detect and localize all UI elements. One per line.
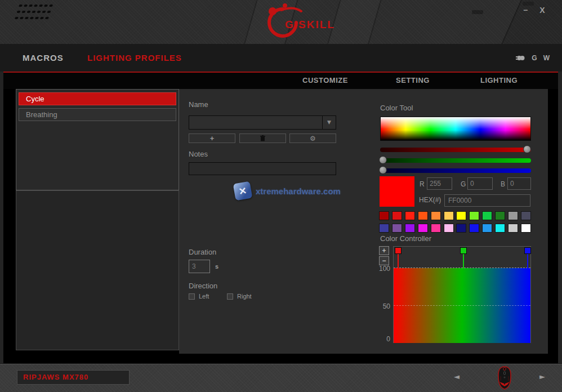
direction-right-checkbox[interactable]	[227, 293, 233, 300]
color-swatch[interactable]	[469, 211, 479, 220]
gridline-100	[394, 268, 530, 268]
color-swatch[interactable]	[444, 211, 454, 220]
color-swatch[interactable]	[379, 224, 389, 233]
g-value-input[interactable]	[467, 177, 493, 190]
profile-item-cycle[interactable]: Cycle	[19, 92, 176, 105]
profile-name-dropdown[interactable]: ▼	[189, 115, 336, 130]
color-stop-marker[interactable]	[524, 247, 531, 254]
color-preview-swatch	[380, 176, 414, 207]
color-stop-stem	[463, 254, 464, 268]
g-label: G	[461, 180, 466, 188]
watermark: ✕ xtremehardware.com	[234, 182, 341, 199]
profile-list-lower-panel	[16, 190, 179, 350]
gskill-logo: G.SKILL	[248, 2, 355, 42]
mouse-device-icon[interactable]	[493, 365, 516, 391]
green-slider[interactable]	[380, 158, 531, 163]
hex-value-input[interactable]	[444, 194, 530, 207]
red-slider-thumb[interactable]	[523, 145, 531, 153]
watermark-x-icon: ✕	[233, 181, 253, 201]
color-swatch[interactable]	[482, 211, 492, 220]
device-name-badge: RIPJAWS MX780	[17, 370, 130, 385]
hex-label: HEX(#)	[419, 196, 441, 204]
color-swatch[interactable]	[405, 224, 415, 233]
b-label: B	[501, 180, 505, 188]
red-slider[interactable]	[380, 148, 531, 152]
color-swatch[interactable]	[508, 224, 518, 233]
menu-item-lighting-profiles[interactable]: LIGHTING PROFILES	[87, 44, 182, 72]
r-value-input[interactable]	[427, 177, 452, 190]
r-label: R	[420, 180, 425, 188]
tab-lighting[interactable]: LIGHTING	[456, 73, 542, 89]
color-swatch[interactable]	[431, 224, 441, 233]
profile-name-value	[189, 118, 193, 126]
add-color-stop-button[interactable]: +	[379, 246, 389, 255]
axis-label-100: 100	[373, 265, 390, 273]
color-swatch[interactable]	[495, 224, 505, 233]
color-swatch[interactable]	[456, 211, 466, 220]
frame-edge-right	[558, 72, 562, 363]
menu-letter-w[interactable]: W	[543, 54, 550, 62]
profile-list-panel: Cycle Breathing	[16, 89, 179, 190]
direction-right-label: Right	[237, 293, 252, 300]
color-swatch[interactable]	[418, 224, 428, 233]
color-spectrum-picker[interactable]	[380, 117, 531, 141]
color-swatch[interactable]	[405, 211, 415, 220]
device-next-arrow[interactable]: ►	[539, 372, 545, 381]
profile-settings-button[interactable]: ⚙	[289, 133, 336, 143]
color-swatch[interactable]	[482, 224, 492, 233]
color-swatch[interactable]	[521, 211, 531, 220]
menu-right-icons: G W	[516, 44, 550, 72]
connector-icon[interactable]	[516, 55, 525, 61]
blue-slider-thumb[interactable]	[379, 166, 387, 174]
tab-strip: CUSTOMIZE SETTING LIGHTING	[0, 73, 562, 89]
minimize-button[interactable]: −	[519, 5, 532, 16]
color-swatch[interactable]	[392, 211, 402, 220]
green-slider-thumb[interactable]	[379, 156, 387, 164]
color-controller-chart[interactable]	[393, 246, 531, 343]
color-swatch[interactable]	[495, 211, 505, 220]
color-swatch[interactable]	[418, 211, 428, 220]
color-swatch[interactable]	[392, 224, 402, 233]
color-swatch[interactable]	[379, 211, 389, 220]
duration-unit: s	[215, 263, 218, 270]
notes-label: Notes	[189, 150, 208, 158]
device-prev-arrow[interactable]: ◄	[454, 372, 460, 381]
close-button[interactable]: X	[536, 5, 548, 16]
add-profile-button[interactable]: +	[189, 133, 235, 143]
app-window: G.SKILL − X MACROS LIGHTING PROFILES G W…	[0, 0, 562, 392]
delete-profile-button[interactable]	[239, 133, 286, 143]
color-stop-stem	[527, 254, 528, 268]
chassis-slot	[472, 10, 483, 14]
tab-setting[interactable]: SETTING	[372, 73, 454, 89]
color-tool-title: Color Tool	[380, 104, 413, 112]
color-swatch[interactable]	[508, 211, 518, 220]
name-label: Name	[189, 100, 208, 109]
tab-customize[interactable]: CUSTOMIZE	[282, 73, 369, 89]
gear-icon: ⚙	[310, 135, 316, 142]
color-controller-title: Color Controller	[380, 234, 431, 243]
b-value-input[interactable]	[507, 177, 531, 190]
color-swatch[interactable]	[469, 224, 479, 233]
remove-color-stop-button[interactable]: −	[379, 256, 389, 265]
menu-letter-g[interactable]: G	[532, 54, 537, 62]
trash-icon	[260, 135, 265, 141]
color-swatch[interactable]	[456, 224, 466, 233]
menu-bar: MACROS LIGHTING PROFILES G W	[0, 44, 562, 72]
direction-left-checkbox[interactable]	[189, 293, 195, 300]
direction-label: Direction	[189, 282, 217, 290]
blue-slider[interactable]	[380, 168, 531, 173]
color-stop-marker[interactable]	[395, 247, 402, 254]
menu-item-macros[interactable]: MACROS	[23, 44, 64, 72]
profile-item-breathing[interactable]: Breathing	[19, 108, 176, 121]
color-stop-marker[interactable]	[460, 247, 467, 254]
frame-edge-left	[0, 72, 3, 363]
axis-label-50: 50	[373, 302, 390, 310]
plus-icon: +	[210, 135, 215, 142]
duration-input[interactable]	[189, 260, 210, 273]
swatch-row-1	[379, 211, 531, 220]
color-swatch[interactable]	[444, 224, 454, 233]
chevron-down-icon[interactable]: ▼	[322, 116, 336, 129]
color-swatch[interactable]	[431, 211, 441, 220]
notes-input[interactable]	[189, 162, 336, 175]
color-swatch[interactable]	[521, 224, 531, 233]
